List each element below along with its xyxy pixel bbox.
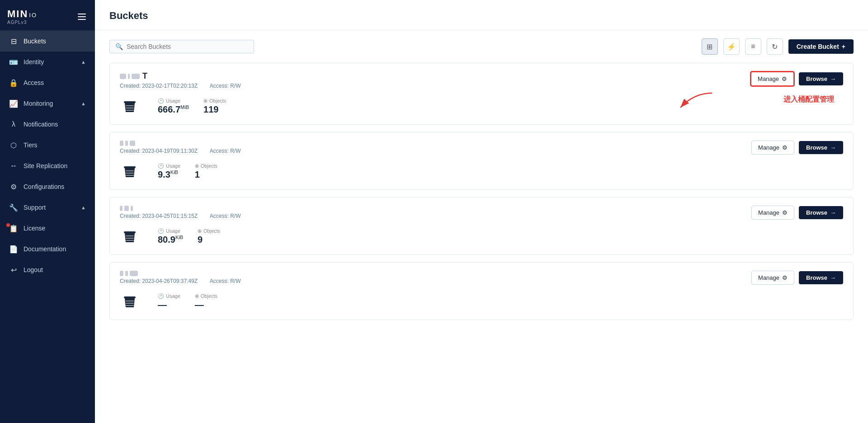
svg-rect-7: [126, 173, 134, 174]
bucket-meta: Created: 2023-04-19T09:11:30Z Access: R/…: [120, 148, 251, 154]
objects-icon: ⊕: [195, 293, 199, 299]
bucket-access: Access: R/W: [210, 213, 241, 219]
objects-value: —: [195, 300, 217, 310]
monitoring-icon: 📈: [9, 99, 18, 108]
usage-unit: KiB: [170, 169, 178, 175]
sidebar-item-monitoring[interactable]: 📈Monitoring▲: [0, 93, 95, 114]
notifications-icon: λ: [9, 120, 18, 129]
sidebar: MINIO AGPLv3 ⊟Buckets🪪Identity▲🔒Access📈M…: [0, 0, 95, 423]
sidebar-item-access[interactable]: 🔒Access: [0, 72, 95, 93]
access-icon: 🔒: [9, 78, 18, 87]
bucket-meta: Created: 2023-04-26T09:37:49Z Access: R/…: [120, 278, 251, 284]
bucket-stats: 🕐 Usage 80.9KiB ⊕ Objects 9: [120, 226, 843, 246]
sidebar-item-buckets[interactable]: ⊟Buckets: [0, 31, 95, 52]
usage-value: —: [158, 300, 180, 310]
manage-label: Manage: [758, 75, 779, 82]
sidebar-item-logout[interactable]: ↩Logout: [0, 259, 95, 280]
license-badge: [6, 223, 10, 227]
bucket-name-block: [120, 206, 123, 211]
objects-icon: ⊕: [195, 163, 199, 169]
manage-button[interactable]: Manage ⚙: [751, 271, 794, 285]
arrow-right-icon: →: [830, 209, 836, 216]
usage-value: 9.3KiB: [158, 169, 180, 180]
bucket-name-block: [130, 271, 138, 276]
sidebar-item-tiers[interactable]: ⬡Tiers: [0, 135, 95, 155]
configurations-icon: ⚙: [9, 182, 18, 191]
objects-stat: ⊕ Objects 119: [203, 98, 226, 115]
logo-text: MINIO: [7, 8, 37, 20]
sidebar-item-label: Documentation: [24, 245, 66, 253]
bucket-name-block: [131, 206, 133, 211]
bucket-icon: [120, 291, 140, 311]
objects-stat: ⊕ Objects 9: [198, 228, 220, 245]
objects-value: 119: [203, 104, 226, 115]
identity-icon: 🪪: [9, 57, 18, 66]
manage-label: Manage: [758, 144, 779, 151]
logout-icon: ↩: [9, 265, 18, 274]
sidebar-item-documentation[interactable]: 📄Documentation: [0, 239, 95, 259]
bucket-meta: Created: 2023-02-17T02:20:13Z Access: R/…: [120, 83, 251, 89]
manage-button[interactable]: Manage ⚙: [750, 71, 794, 86]
objects-icon: ⊕: [203, 98, 208, 104]
grid-view-button[interactable]: ⊞: [702, 38, 718, 55]
sidebar-item-license[interactable]: 📋License: [0, 218, 95, 239]
bucket-name-block: [125, 141, 128, 146]
sidebar-item-notifications[interactable]: λNotifications: [0, 114, 95, 135]
svg-rect-6: [126, 170, 134, 171]
browse-button[interactable]: Browse →: [799, 141, 843, 154]
site-replication-icon: ↔: [9, 161, 18, 170]
manage-button[interactable]: Manage ⚙: [751, 141, 794, 155]
usage-stat: 🕐 Usage 80.9KiB: [158, 228, 183, 245]
documentation-icon: 📄: [9, 244, 18, 254]
objects-label: ⊕ Objects: [195, 293, 217, 299]
bucket-created: Created: 2023-04-25T01:15:15Z: [120, 213, 198, 219]
bucket-card: Created: 2023-04-19T09:11:30Z Access: R/…: [109, 132, 854, 190]
bucket-name-block: [120, 74, 126, 79]
svg-rect-14: [126, 301, 134, 301]
logo-area: MINIO AGPLv3: [7, 8, 37, 25]
bucket-name-block: [130, 141, 135, 146]
sidebar-item-configurations[interactable]: ⚙Configurations: [0, 176, 95, 197]
hamburger-menu[interactable]: [76, 12, 88, 22]
sidebar-item-identity[interactable]: 🪪Identity▲: [0, 52, 95, 72]
bucket-stats: 🕐 Usage — ⊕ Objects —: [120, 291, 843, 311]
usage-unit: MiB: [180, 104, 189, 110]
create-bucket-button[interactable]: Create Bucket +: [788, 39, 854, 54]
manage-button[interactable]: Manage ⚙: [751, 206, 794, 220]
bucket-name-area: T Created: 2023-02-17T02:20:13Z Access: …: [120, 71, 251, 94]
browse-button[interactable]: Browse →: [799, 271, 843, 284]
browse-button[interactable]: Browse →: [799, 72, 843, 85]
browse-label: Browse: [806, 144, 827, 151]
svg-rect-15: [126, 303, 134, 304]
sidebar-item-site-replication[interactable]: ↔Site Replication: [0, 155, 95, 176]
sidebar-item-label: Identity: [24, 58, 44, 66]
sidebar-item-label: Tiers: [24, 141, 38, 149]
usage-stat: 🕐 Usage 666.7MiB: [158, 98, 189, 115]
bucket-icon: [120, 96, 140, 116]
search-input[interactable]: [127, 43, 248, 50]
browse-button[interactable]: Browse →: [799, 206, 843, 219]
sidebar-item-label: Notifications: [24, 121, 58, 128]
usage-label: 🕐 Usage: [158, 163, 180, 169]
usage-stat: 🕐 Usage —: [158, 293, 180, 310]
manage-label: Manage: [758, 209, 779, 216]
bucket-name-char: T: [142, 71, 147, 81]
objects-label: ⊕ Objects: [198, 228, 220, 234]
sidebar-item-support[interactable]: 🔧Support▲: [0, 197, 95, 218]
filter-button[interactable]: ⚡: [723, 38, 740, 55]
svg-rect-13: [124, 296, 136, 298]
main-content: Buckets 🔍 ⊞ ⚡ ≡ ↻ Create Bucket + T Crea…: [95, 0, 868, 423]
bucket-access: Access: R/W: [210, 278, 241, 284]
svg-rect-11: [126, 238, 134, 239]
sort-button[interactable]: ≡: [745, 38, 761, 55]
objects-label: ⊕ Objects: [203, 98, 226, 104]
bucket-icon: [120, 161, 140, 181]
bucket-name-area: Created: 2023-04-19T09:11:30Z Access: R/…: [120, 141, 251, 159]
create-bucket-icon: +: [842, 43, 845, 50]
page-header: Buckets: [95, 0, 868, 30]
license-icon: 📋: [9, 224, 18, 233]
chevron-icon: ▲: [81, 205, 86, 210]
bucket-access: Access: R/W: [210, 148, 241, 154]
card-actions: Manage ⚙ Browse →: [750, 71, 843, 86]
refresh-button[interactable]: ↻: [767, 38, 783, 55]
